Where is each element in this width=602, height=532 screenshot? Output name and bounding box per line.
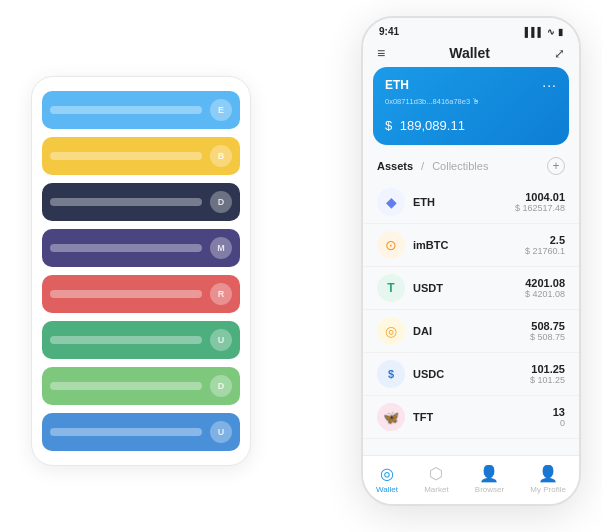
eth-card-header: ETH ··· [385,77,557,93]
status-time: 9:41 [379,26,399,37]
card-item: E [42,91,240,129]
wifi-icon: ∿ [547,27,555,37]
battery-icon: ▮ [558,27,563,37]
asset-item-tft[interactable]: 🦋 TFT 13 0 [363,396,579,439]
card-item: M [42,229,240,267]
asset-item-imbtc[interactable]: ⊙ imBTC 2.5 $ 21760.1 [363,224,579,267]
card-line [50,428,202,436]
status-icons: ▌▌▌ ∿ ▮ [525,27,563,37]
usdt-usd-amount: $ 4201.08 [525,289,565,299]
nav-wallet[interactable]: ◎ Wallet [376,464,398,494]
dai-symbol: DAI [413,325,530,337]
status-bar: 9:41 ▌▌▌ ∿ ▮ [363,18,579,41]
phone-mockup: 9:41 ▌▌▌ ∿ ▮ ≡ Wallet ⤢ ETH ··· 0x08711d… [361,16,581,506]
tft-usd-amount: 0 [553,418,565,428]
usdc-symbol: USDC [413,368,530,380]
imbtc-usd-amount: $ 21760.1 [525,246,565,256]
profile-nav-label: My Profile [530,485,566,494]
usdc-usd-amount: $ 101.25 [530,375,565,385]
menu-icon[interactable]: ≡ [377,45,385,61]
dai-balance-amount: 508.75 [530,320,565,332]
balance-value: 189,089.11 [400,118,465,133]
eth-card-options[interactable]: ··· [542,77,557,93]
eth-usd-amount: $ 162517.48 [515,203,565,213]
assets-section: Assets / Collectibles + ◆ ETH 1004.01 $ … [363,153,579,455]
nav-profile[interactable]: 👤 My Profile [530,464,566,494]
expand-icon[interactable]: ⤢ [554,46,565,61]
usdc-balance-amount: 101.25 [530,363,565,375]
card-item: D [42,183,240,221]
card-dot: R [210,283,232,305]
eth-balance: $ 189,089.11 [385,112,557,135]
eth-icon: ◆ [377,188,405,216]
market-nav-label: Market [424,485,448,494]
browser-nav-icon: 👤 [479,464,499,483]
eth-card-label: ETH [385,78,409,92]
imbtc-balance-amount: 2.5 [525,234,565,246]
card-item: U [42,413,240,451]
card-line [50,244,202,252]
card-line [50,290,202,298]
assets-header: Assets / Collectibles + [363,153,579,181]
wallet-nav-icon: ◎ [380,464,394,483]
eth-amounts: 1004.01 $ 162517.48 [515,191,565,213]
card-line [50,336,202,344]
dai-usd-amount: $ 508.75 [530,332,565,342]
assets-tabs: Assets / Collectibles [377,160,488,172]
card-dot: D [210,375,232,397]
card-dot: E [210,99,232,121]
card-item: B [42,137,240,175]
card-item: D [42,367,240,405]
tft-balance-amount: 13 [553,406,565,418]
card-item: U [42,321,240,359]
phone-header: ≡ Wallet ⤢ [363,41,579,67]
eth-symbol: ETH [413,196,515,208]
asset-item-eth[interactable]: ◆ ETH 1004.01 $ 162517.48 [363,181,579,224]
asset-list: ◆ ETH 1004.01 $ 162517.48 ⊙ imBTC 2.5 $ … [363,181,579,455]
add-asset-button[interactable]: + [547,157,565,175]
card-dot: U [210,421,232,443]
tft-amounts: 13 0 [553,406,565,428]
eth-card[interactable]: ETH ··· 0x08711d3b...8416a78e3 🖱 $ 189,0… [373,67,569,145]
card-dot: M [210,237,232,259]
nav-browser[interactable]: 👤 Browser [475,464,504,494]
usdt-icon: T [377,274,405,302]
signal-icon: ▌▌▌ [525,27,544,37]
card-dot: D [210,191,232,213]
eth-address: 0x08711d3b...8416a78e3 🖱 [385,97,557,106]
eth-balance-amount: 1004.01 [515,191,565,203]
nav-market[interactable]: ⬡ Market [424,464,448,494]
currency-symbol: $ [385,118,392,133]
bottom-nav: ◎ Wallet ⬡ Market 👤 Browser 👤 My Profile [363,455,579,504]
dai-amounts: 508.75 $ 508.75 [530,320,565,342]
dai-icon: ◎ [377,317,405,345]
card-line [50,106,202,114]
wallet-nav-label: Wallet [376,485,398,494]
asset-item-usdc[interactable]: $ USDC 101.25 $ 101.25 [363,353,579,396]
tft-symbol: TFT [413,411,553,423]
imbtc-amounts: 2.5 $ 21760.1 [525,234,565,256]
imbtc-icon: ⊙ [377,231,405,259]
market-nav-icon: ⬡ [429,464,443,483]
usdt-balance-amount: 4201.08 [525,277,565,289]
tab-assets[interactable]: Assets [377,160,413,172]
tft-icon: 🦋 [377,403,405,431]
card-line [50,152,202,160]
usdc-amounts: 101.25 $ 101.25 [530,363,565,385]
tab-collectibles[interactable]: Collectibles [432,160,488,172]
usdt-amounts: 4201.08 $ 4201.08 [525,277,565,299]
tab-divider: / [421,160,424,172]
imbtc-symbol: imBTC [413,239,525,251]
card-stack: E B D M R U D U [31,76,251,466]
card-item: R [42,275,240,313]
browser-nav-label: Browser [475,485,504,494]
card-dot: U [210,329,232,351]
scene: E B D M R U D U [21,16,581,516]
card-line [50,198,202,206]
asset-item-dai[interactable]: ◎ DAI 508.75 $ 508.75 [363,310,579,353]
asset-item-usdt[interactable]: T USDT 4201.08 $ 4201.08 [363,267,579,310]
card-line [50,382,202,390]
card-dot: B [210,145,232,167]
usdc-icon: $ [377,360,405,388]
usdt-symbol: USDT [413,282,525,294]
